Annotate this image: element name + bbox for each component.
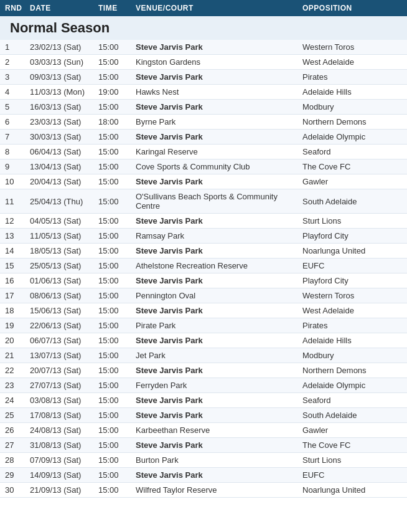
- cell-rnd: 29: [5, 470, 30, 480]
- cell-venue: Jet Park: [136, 351, 302, 360]
- cell-venue: Steve Jarvis Park: [136, 216, 302, 226]
- table-row: 14 18/05/13 (Sat) 15:00 Steve Jarvis Par…: [0, 244, 407, 259]
- cell-rnd: 16: [5, 276, 30, 285]
- col-rnd: RND: [5, 4, 30, 12]
- table-row: 21 13/07/13 (Sat) 15:00 Jet Park Modbury: [0, 348, 407, 363]
- cell-rnd: 10: [5, 177, 30, 186]
- cell-venue: Pirate Park: [136, 321, 302, 330]
- cell-time: 15:00: [98, 246, 136, 255]
- cell-venue: Burton Park: [136, 455, 302, 465]
- cell-opposition: West Adelaide: [302, 57, 402, 67]
- cell-time: 15:00: [98, 42, 136, 52]
- cell-rnd: 20: [5, 336, 30, 345]
- cell-date: 20/07/13 (Sat): [30, 366, 98, 375]
- col-date: DATE: [30, 4, 98, 12]
- cell-rnd: 7: [5, 132, 30, 141]
- cell-venue: Steve Jarvis Park: [136, 396, 302, 405]
- cell-venue: Hawks Nest: [136, 87, 302, 97]
- cell-opposition: West Adelaide: [302, 306, 402, 315]
- cell-venue: Steve Jarvis Park: [136, 366, 302, 375]
- col-time: TIME: [98, 4, 136, 12]
- cell-venue: Byrne Park: [136, 117, 302, 126]
- cell-opposition: Sturt Lions: [302, 455, 402, 465]
- cell-time: 15:00: [98, 381, 136, 390]
- table-row: 20 06/07/13 (Sat) 15:00 Steve Jarvis Par…: [0, 333, 407, 348]
- cell-opposition: South Adelaide: [302, 197, 402, 206]
- cell-time: 15:00: [98, 306, 136, 315]
- cell-rnd: 22: [5, 366, 30, 375]
- cell-time: 15:00: [98, 396, 136, 405]
- cell-venue: Karbeethan Reserve: [136, 425, 302, 435]
- cell-time: 15:00: [98, 485, 136, 495]
- cell-venue: Steve Jarvis Park: [136, 42, 302, 52]
- cell-venue: Cove Sports & Community Club: [136, 162, 302, 171]
- cell-venue: Wilfred Taylor Reserve: [136, 485, 302, 495]
- cell-opposition: Seaford: [302, 396, 402, 405]
- cell-opposition: EUFC: [302, 470, 402, 480]
- table-row: 9 13/04/13 (Sat) 15:00 Cove Sports & Com…: [0, 159, 407, 174]
- cell-rnd: 30: [5, 485, 30, 495]
- cell-venue: Steve Jarvis Park: [136, 246, 302, 255]
- cell-time: 19:00: [98, 87, 136, 97]
- cell-date: 20/04/13 (Sat): [30, 177, 98, 186]
- cell-venue: Steve Jarvis Park: [136, 276, 302, 285]
- cell-rnd: 2: [5, 57, 30, 67]
- cell-date: 03/03/13 (Sun): [30, 57, 98, 67]
- cell-rnd: 25: [5, 411, 30, 420]
- table-row: 29 14/09/13 (Sat) 15:00 Steve Jarvis Par…: [0, 468, 407, 483]
- cell-opposition: The Cove FC: [302, 162, 402, 171]
- table-row: 18 15/06/13 (Sat) 15:00 Steve Jarvis Par…: [0, 303, 407, 318]
- cell-time: 15:00: [98, 162, 136, 171]
- cell-time: 15:00: [98, 321, 136, 330]
- schedule-table: 1 23/02/13 (Sat) 15:00 Steve Jarvis Park…: [0, 40, 407, 498]
- cell-date: 08/06/13 (Sat): [30, 291, 98, 300]
- cell-time: 15:00: [98, 231, 136, 240]
- table-row: 2 03/03/13 (Sun) 15:00 Kingston Gardens …: [0, 55, 407, 70]
- cell-venue: Steve Jarvis Park: [136, 132, 302, 141]
- cell-date: 17/08/13 (Sat): [30, 411, 98, 420]
- cell-time: 15:00: [98, 177, 136, 186]
- table-row: 16 01/06/13 (Sat) 15:00 Steve Jarvis Par…: [0, 273, 407, 288]
- cell-venue: Steve Jarvis Park: [136, 470, 302, 480]
- cell-venue: Pennington Oval: [136, 291, 302, 300]
- cell-venue: Steve Jarvis Park: [136, 411, 302, 420]
- cell-rnd: 27: [5, 440, 30, 450]
- cell-venue: Steve Jarvis Park: [136, 177, 302, 186]
- col-opposition: OPPOSITION: [302, 4, 402, 12]
- cell-rnd: 14: [5, 246, 30, 255]
- cell-date: 31/08/13 (Sat): [30, 440, 98, 450]
- table-row: 15 25/05/13 (Sat) 15:00 Athelstone Recre…: [0, 259, 407, 273]
- cell-opposition: Gawler: [302, 425, 402, 435]
- cell-opposition: Northern Demons: [302, 366, 402, 375]
- table-row: 1 23/02/13 (Sat) 15:00 Steve Jarvis Park…: [0, 40, 407, 55]
- cell-venue: Karingal Reserve: [136, 147, 302, 156]
- cell-time: 15:00: [98, 351, 136, 360]
- cell-venue: Athelstone Recreation Reserve: [136, 261, 302, 270]
- cell-rnd: 9: [5, 162, 30, 171]
- cell-time: 15:00: [98, 132, 136, 141]
- cell-date: 13/07/13 (Sat): [30, 351, 98, 360]
- cell-rnd: 3: [5, 72, 30, 82]
- cell-opposition: Sturt Lions: [302, 216, 402, 226]
- cell-venue: Ramsay Park: [136, 231, 302, 240]
- cell-date: 04/05/13 (Sat): [30, 216, 98, 226]
- cell-date: 13/04/13 (Sat): [30, 162, 98, 171]
- cell-opposition: EUFC: [302, 261, 402, 270]
- cell-date: 18/05/13 (Sat): [30, 246, 98, 255]
- table-row: 30 21/09/13 (Sat) 15:00 Wilfred Taylor R…: [0, 483, 407, 498]
- cell-opposition: Noarlunga United: [302, 246, 402, 255]
- cell-time: 15:00: [98, 425, 136, 435]
- cell-opposition: The Cove FC: [302, 440, 402, 450]
- table-row: 23 27/07/13 (Sat) 15:00 Ferryden Park Ad…: [0, 378, 407, 393]
- table-row: 3 09/03/13 (Sat) 15:00 Steve Jarvis Park…: [0, 70, 407, 85]
- table-row: 24 03/08/13 (Sat) 15:00 Steve Jarvis Par…: [0, 393, 407, 408]
- cell-opposition: Modbury: [302, 102, 402, 112]
- cell-time: 15:00: [98, 455, 136, 465]
- cell-date: 23/03/13 (Sat): [30, 117, 98, 126]
- cell-rnd: 5: [5, 102, 30, 112]
- table-row: 19 22/06/13 (Sat) 15:00 Pirate Park Pira…: [0, 318, 407, 333]
- cell-opposition: Modbury: [302, 351, 402, 360]
- table-row: 28 07/09/13 (Sat) 15:00 Burton Park Stur…: [0, 453, 407, 468]
- cell-rnd: 24: [5, 396, 30, 405]
- cell-time: 15:00: [98, 147, 136, 156]
